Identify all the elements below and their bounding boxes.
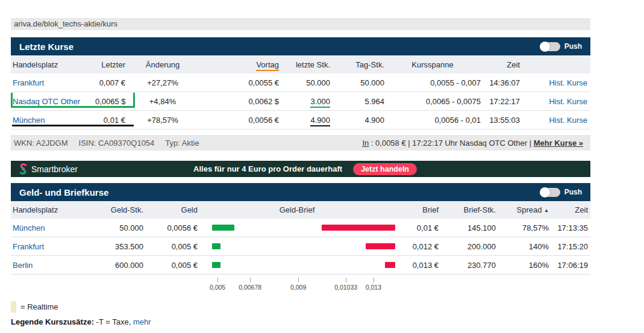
col-brief-stk: Brief-Stk. [439,205,496,214]
section-title: Geld- und Briefkurse [11,187,108,198]
brief-stk-value: 145.100 [439,223,496,232]
letzte-stk-value: 4.900 [310,116,330,126]
letzte-stk-value: 3.000 [310,97,330,108]
mehr-kurse-link[interactable]: Mehr Kurse » [534,138,583,148]
realtime-legend: = Realtime [11,301,590,313]
table-row: Frankfurt 353.500 0,005 € 0,012 € 200.00… [11,237,590,256]
exchange-link[interactable]: Berlin [13,261,33,270]
col-geld: Geld [143,205,198,214]
push-toggle-track[interactable] [540,188,560,197]
breadcrumb: ariva.de/blok_techs-aktie/kurs [14,19,117,28]
brief-value: 0,013 € [396,261,439,270]
col-letzte-stk: letzte Stk. [279,60,330,69]
table-row: München 0,01 € +78,57% 0,0056 € 4.900 4.… [11,111,590,129]
exchange-link[interactable]: München [13,223,45,232]
sort-asc-icon: ▲ [544,208,549,213]
vortag-value: 0,0062 $ [192,97,279,106]
zeit-value: 13:55:03 [481,116,520,125]
geld-value: 0,005 € [143,242,198,251]
push-toggle[interactable]: Push [540,188,582,197]
letzte-stk-value: 50.000 [306,78,330,87]
spread-chart-axis: 0,0050,006780,0090,010330,013 [11,275,590,296]
geld-brief-section: Geld- und Briefkurse Push Handelsplatz G… [11,183,590,296]
mehr-link[interactable]: mehr [133,317,151,326]
instrument-info-bar: WKN: A2JDGM ISIN: CA09370Q1054 Typ: Akti… [11,135,590,151]
geld-value: 0,0056 € [143,223,198,232]
geld-stk-value: 600.000 [95,261,143,270]
vortag-value: 0,0055 € [192,78,279,87]
hist-kurse-link[interactable]: Hist. Kurse [549,78,587,87]
kurszusaetze-label: Legende Kurszusätze: [11,317,94,326]
col-zeit: Zeit [549,205,590,214]
banner-message: Alles für nur 4 Euro pro Order dauerhaft [193,164,342,173]
brief-stk-value: 200.000 [439,242,496,251]
realtime-swatch [11,301,16,313]
spread-value: 160% [496,261,549,270]
col-letzter: Letzter [95,60,125,69]
spread-value: 78,57% [496,223,549,232]
vortag-value: 0,0056 € [192,116,279,125]
push-toggle-label: Push [564,188,582,196]
brief-stk-value: 230.770 [439,261,496,270]
geld-bar [212,262,220,268]
geld-value: 0,005 € [143,261,198,270]
letzter-value: 0,0065 $ [95,97,125,106]
exchange-link[interactable]: Nasdaq OTC Other [13,97,80,106]
spread-value: 140% [496,242,549,251]
geld-stk-value: 50.000 [95,223,143,232]
col-aenderung: Änderung [125,60,192,69]
table-row: Nasdaq OTC Other 0,0065 $ +4,84% 0,0062 … [11,92,590,111]
exchange-link[interactable]: München [13,116,45,125]
push-toggle-knob[interactable] [540,187,550,198]
jetzt-handeln-button[interactable]: Jetzt handeln [353,163,417,175]
exchange-link[interactable]: Frankfurt [13,78,44,87]
col-vortag-sort[interactable]: Vortag [256,60,279,71]
table-row: München 50.000 0,0056 € 0,01 € 145.100 7… [11,219,590,237]
zeit-value: 17:13:35 [549,223,590,232]
col-tag-stk: Tag-Stk. [330,60,384,69]
kurszusaetze-legend: Legende Kurszusätze: -T = Taxe, mehr [11,317,590,326]
brand-name: Smartbroker [31,164,78,174]
smartbroker-logo-icon [19,163,28,175]
smartbroker-brand[interactable]: Smartbroker [11,163,78,175]
push-toggle-knob[interactable] [540,42,550,52]
geld-brief-column-headers: Handelsplatz Geld-Stk. Geld Geld-Brief B… [11,201,590,219]
col-spread-sort[interactable]: Spread [517,205,542,214]
hist-kurse-link[interactable]: Hist. Kurse [549,116,587,125]
wkn-value: WKN: A2JDGM [14,138,68,148]
hist-kurse-link[interactable]: Hist. Kurse [549,97,587,106]
kursspanne-value: 0,0056 - 0,01 [384,116,481,125]
geld-stk-value: 353.500 [95,242,143,251]
zeit-value: 14:36:07 [481,78,520,87]
col-brief: Brief [396,205,439,214]
aenderung-value: +4,84% [125,97,192,106]
realtime-source-link[interactable]: In [362,138,369,148]
letzte-kurse-section: Letzte Kurse Push Handelsplatz Letzter Ä… [11,37,590,151]
table-row: Berlin 600.000 0,005 € 0,013 € 230.770 1… [11,256,590,275]
col-handelsplatz: Handelsplatz [11,60,95,69]
zeit-value: 17:15:20 [549,242,590,251]
price-update-highlight [12,125,134,126]
isin-value: ISIN: CA09370Q1054 [79,138,155,148]
brief-bar [385,262,395,268]
ad-banner[interactable]: Smartbroker Alles für nur 4 Euro pro Ord… [11,161,590,177]
tag-stk-value: 50.000 [330,78,384,87]
table-row: Frankfurt 0,007 € +27,27% 0,0055 € 50.00… [11,73,590,92]
geld-brief-header: Geld- und Briefkurse Push [11,183,590,201]
page-container: ariva.de/blok_techs-aktie/kurs Letzte Ku… [11,18,590,326]
col-geld-stk: Geld-Stk. [95,205,143,214]
realtime-quote-text: : 0,0058 € | 17:22:17 Uhr Nasdaq OTC Oth… [369,138,533,148]
letzter-value: 0,007 € [95,78,125,87]
aenderung-value: +78,57% [125,116,192,125]
push-toggle-track[interactable] [540,42,560,51]
exchange-link[interactable]: Frankfurt [13,242,44,251]
kursspanne-value: 0,0065 - 0,0075 [384,97,481,106]
push-toggle[interactable]: Push [540,42,582,51]
letzte-kurse-header: Letzte Kurse Push [11,37,590,55]
url-bar: ariva.de/blok_techs-aktie/kurs [11,18,590,30]
letzte-kurse-column-headers: Handelsplatz Letzter Änderung Vortag let… [11,55,590,73]
col-kursspanne: Kursspanne [384,60,481,69]
zeit-value: 17:22:17 [481,97,520,106]
letzter-value: 0,01 € [95,116,125,125]
geld-brief-rows: München 50.000 0,0056 € 0,01 € 145.100 7… [11,219,590,275]
